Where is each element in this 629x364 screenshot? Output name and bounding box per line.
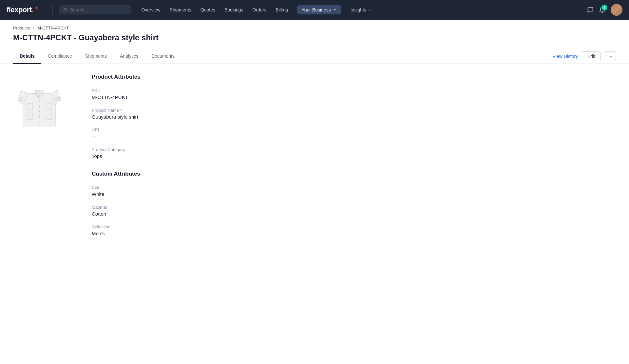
svg-point-0 — [64, 8, 67, 11]
tab-shipments[interactable]: Shipments — [79, 49, 113, 64]
navbar: flexport. Overview Shipments Quotes Book… — [0, 0, 629, 20]
search-input[interactable] — [70, 7, 127, 12]
breadcrumb-separator: > — [32, 26, 35, 30]
search-icon — [63, 8, 67, 12]
nav-link-shipments[interactable]: Shipments — [170, 7, 191, 12]
collection-label: Collection — [92, 224, 616, 229]
sku-label: SKU — [92, 88, 616, 93]
color-field: Color White — [92, 185, 616, 197]
tab-compliance[interactable]: Compliance — [41, 49, 79, 64]
product-name-label: Product Name * — [92, 108, 616, 113]
material-value: Cotton — [92, 211, 616, 217]
tab-analytics[interactable]: Analytics — [113, 49, 145, 64]
nav-link-insights[interactable]: Insights — [351, 7, 372, 12]
chevron-down-icon — [333, 8, 337, 12]
breadcrumb-products[interactable]: Products — [13, 26, 30, 30]
tab-details[interactable]: Details — [13, 49, 41, 64]
url-label: URL — [92, 127, 616, 132]
messages-icon — [587, 7, 594, 13]
insights-chevron-icon — [368, 8, 372, 12]
search-box[interactable] — [59, 5, 131, 14]
color-value: White — [92, 191, 616, 197]
custom-attributes-section: Custom Attributes Color White Material C… — [92, 171, 616, 236]
notification-wrapper: 5 — [599, 7, 605, 13]
svg-point-7 — [39, 116, 40, 117]
nav-divider — [52, 5, 53, 15]
product-image-area — [13, 74, 72, 244]
product-name-value: Guayabera style shirt — [92, 114, 616, 120]
color-label: Color — [92, 185, 616, 190]
avatar[interactable] — [611, 4, 622, 16]
attributes-section-title: Product Attributes — [92, 74, 616, 80]
content-area: Product Attributes SKU M-CTTN-4PCKT Prod… — [0, 64, 629, 254]
edit-button[interactable]: Edit — [582, 51, 601, 61]
page-title: M-CTTN-4PCKT - Guayabera style shirt — [0, 30, 629, 42]
nav-links: Overview Shipments Quotes Bookings Order… — [141, 5, 587, 14]
tab-actions: View History Edit ··· — [553, 51, 616, 61]
nav-link-quotes[interactable]: Quotes — [200, 7, 215, 12]
product-image — [13, 74, 66, 133]
more-options-button[interactable]: ··· — [605, 51, 616, 61]
nav-link-overview[interactable]: Overview — [141, 7, 160, 12]
product-name-field: Product Name * Guayabera style shirt — [92, 108, 616, 120]
collection-value: Men's — [92, 231, 616, 236]
nav-link-orders[interactable]: Orders — [253, 7, 267, 12]
category-field: Product Category Tops — [92, 147, 616, 159]
nav-right: 5 — [587, 4, 622, 16]
sku-value: M-CTTN-4PCKT — [92, 94, 616, 100]
notification-badge: 5 — [601, 5, 607, 10]
your-business-button[interactable]: Your Business — [297, 5, 341, 14]
tabs-bar: Details Compliance Shipments Analytics D… — [0, 49, 629, 64]
page-content: Products > M-CTTN-4PCKT M-CTTN-4PCKT - G… — [0, 20, 629, 364]
url-value: - - — [92, 134, 616, 139]
url-field: URL - - — [92, 127, 616, 139]
svg-point-4 — [39, 101, 40, 102]
nav-link-billing[interactable]: Billing — [276, 7, 288, 12]
sku-field: SKU M-CTTN-4PCKT — [92, 88, 616, 100]
breadcrumb-current: M-CTTN-4PCKT — [37, 26, 69, 30]
category-value: Tops — [92, 153, 616, 159]
material-field: Material Cotton — [92, 205, 616, 217]
nav-link-bookings[interactable]: Bookings — [224, 7, 243, 12]
svg-rect-14 — [18, 98, 23, 100]
svg-rect-2 — [35, 90, 43, 94]
logo-text: flexport. — [7, 6, 33, 14]
category-label: Product Category — [92, 147, 616, 152]
svg-line-1 — [66, 10, 67, 11]
product-details: Product Attributes SKU M-CTTN-4PCKT Prod… — [92, 74, 616, 244]
material-label: Material — [92, 205, 616, 210]
custom-attributes-title: Custom Attributes — [92, 171, 616, 177]
collection-field: Collection Men's — [92, 224, 616, 236]
svg-point-6 — [39, 111, 40, 112]
shirt-illustration — [16, 75, 62, 131]
view-history-button[interactable]: View History — [553, 54, 578, 59]
messages-button[interactable] — [587, 7, 594, 13]
logo[interactable]: flexport. — [7, 6, 39, 14]
breadcrumb: Products > M-CTTN-4PCKT — [0, 20, 629, 30]
tab-documents[interactable]: Documents — [145, 49, 181, 64]
tab-items: Details Compliance Shipments Analytics D… — [13, 49, 553, 64]
logo-star-icon — [34, 6, 39, 11]
svg-point-5 — [39, 106, 40, 107]
svg-rect-15 — [56, 98, 61, 100]
avatar-image — [611, 4, 622, 16]
